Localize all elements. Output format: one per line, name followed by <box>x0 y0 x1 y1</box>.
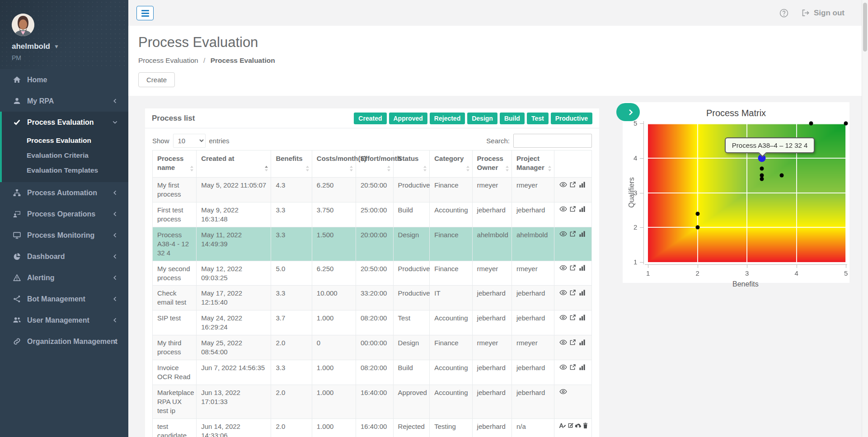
view-icon[interactable] <box>559 388 567 395</box>
tooltip-label: Process A38–4 – 12 32 4 <box>732 141 808 149</box>
help-icon[interactable] <box>779 9 788 18</box>
sidebar-item-label: Process Automation <box>27 189 97 197</box>
sidebar-item-process-operations[interactable]: Process Operations <box>0 203 128 225</box>
view-icon[interactable] <box>559 206 567 213</box>
sidebar-item-dashboard[interactable]: Dashboard <box>0 246 128 267</box>
cell-costs: 0 <box>312 335 356 360</box>
sidebar-item-alerting[interactable]: Alerting <box>0 267 128 288</box>
sidebar-group-process-operations: Process Operations <box>0 203 128 225</box>
table-row[interactable]: My third processMay 25, 2022 08:54:002.0… <box>153 335 592 360</box>
sidebar-item-my-rpa[interactable]: My RPA <box>0 90 128 112</box>
table-row[interactable]: test candidateJun 14, 2022 14:33:062.01.… <box>153 418 592 437</box>
create-button[interactable]: Create <box>138 72 175 87</box>
delete-icon[interactable] <box>583 422 588 429</box>
menu-toggle-button[interactable] <box>136 6 154 20</box>
sidebar-subitem-evaluation-criteria[interactable]: Evaluation Criteria <box>2 148 128 163</box>
sidebar-item-user-management[interactable]: User Management <box>0 310 128 331</box>
sidebar-item-process-evaluation[interactable]: Process Evaluation <box>2 112 128 133</box>
cell-status: Rejected <box>393 418 430 437</box>
data-point[interactable] <box>760 166 764 170</box>
status-badge-design[interactable]: Design <box>467 113 497 124</box>
sidebar-item-home[interactable]: Home <box>0 69 128 90</box>
open-external-icon[interactable] <box>568 264 577 272</box>
bar-chart-icon[interactable] <box>578 206 586 213</box>
data-point[interactable] <box>844 122 848 126</box>
search-input[interactable] <box>513 134 592 148</box>
status-badge-build[interactable]: Build <box>500 113 525 124</box>
column-header-status[interactable]: Status <box>393 150 430 178</box>
open-external-icon[interactable] <box>568 181 577 188</box>
scrollbar-thumb[interactable] <box>863 3 867 52</box>
bar-chart-icon[interactable] <box>578 338 586 346</box>
open-external-icon[interactable] <box>568 289 577 296</box>
sidebar-item-organization-management[interactable]: Organization Management <box>0 331 128 352</box>
y-tick <box>640 227 643 228</box>
avatar[interactable] <box>12 14 34 36</box>
column-header-process-name[interactable]: Process name <box>153 150 197 178</box>
column-label: Created at <box>201 155 234 162</box>
view-icon[interactable] <box>559 264 567 272</box>
table-row[interactable]: My first processMay 5, 2022 11:05:074.36… <box>153 178 592 202</box>
x-tick <box>747 264 747 268</box>
open-external-icon[interactable] <box>568 230 577 238</box>
table-row[interactable]: SIP testMay 24, 2022 16:29:243.71.00008:… <box>153 310 592 335</box>
page-size-select[interactable]: 10 <box>173 134 206 148</box>
open-external-icon[interactable] <box>568 314 577 321</box>
view-icon[interactable] <box>559 181 567 188</box>
data-point[interactable] <box>809 122 813 126</box>
column-header-process-owner[interactable]: Process Owner <box>472 150 511 178</box>
table-row[interactable]: Invoice OCR ReadJun 7, 2022 14:56:353.31… <box>153 360 592 385</box>
cell-effort: 16:40:00 <box>356 418 394 437</box>
view-icon[interactable] <box>559 363 567 371</box>
status-badge-created[interactable]: Created <box>354 113 386 124</box>
breadcrumb-link[interactable]: Process Evaluation <box>138 56 198 64</box>
show-label: Show <box>152 137 169 145</box>
bar-chart-icon[interactable] <box>578 289 586 296</box>
sidebar-subitem-evaluation-templates[interactable]: Evaluation Templates <box>2 163 128 178</box>
table-row[interactable]: Check email testMay 17, 2022 12:15:403.3… <box>153 286 592 310</box>
column-header-benefits[interactable]: Benefits <box>271 150 312 178</box>
data-point[interactable] <box>760 177 764 181</box>
bar-chart-icon[interactable] <box>578 363 586 371</box>
status-badge-rejected[interactable]: Rejected <box>430 113 465 124</box>
rename-icon[interactable] <box>559 422 566 429</box>
page-scrollbar[interactable] <box>862 0 868 437</box>
edit-icon[interactable] <box>568 422 573 429</box>
column-header-effort-month[interactable]: Effort/month <box>356 150 394 178</box>
table-row[interactable]: My second processMay 12, 2022 09:03:255.… <box>153 261 592 286</box>
top-navbar: Sign out <box>128 0 868 26</box>
table-row[interactable]: Process A38-4 - 12 32 4May 11, 2022 14:4… <box>153 227 592 261</box>
sidebar-item-bot-management[interactable]: Bot Management <box>0 288 128 310</box>
open-external-icon[interactable] <box>568 338 577 346</box>
table-row[interactable]: Marketplace RPA UX test ipJun 13, 2022 1… <box>153 385 592 418</box>
signout-button[interactable]: Sign out <box>802 9 845 18</box>
panel-collapse-button[interactable] <box>616 103 640 121</box>
bar-chart-icon[interactable] <box>578 230 586 238</box>
view-icon[interactable] <box>559 338 567 346</box>
cloud-upload-icon[interactable] <box>575 422 582 429</box>
data-point[interactable] <box>695 211 699 216</box>
data-point[interactable] <box>695 226 699 230</box>
table-row[interactable]: First test processMay 9, 2022 16:31:483.… <box>153 202 592 227</box>
open-external-icon[interactable] <box>568 363 577 371</box>
column-header-project-manager[interactable]: Project Manager <box>512 150 554 178</box>
view-icon[interactable] <box>559 314 567 321</box>
view-icon[interactable] <box>559 230 567 238</box>
sidebar-item-label: Process Operations <box>27 210 95 218</box>
bar-chart-icon[interactable] <box>578 264 586 272</box>
bar-chart-icon[interactable] <box>578 314 586 321</box>
column-header-costs-month-[interactable]: Costs/month($) <box>312 150 356 178</box>
status-badge-productive[interactable]: Productive <box>551 113 592 124</box>
sidebar-subitem-process-evaluation[interactable]: Process Evaluation <box>2 133 128 148</box>
view-icon[interactable] <box>559 289 567 296</box>
sidebar-item-process-monitoring[interactable]: Process Monitoring <box>0 225 128 246</box>
status-badge-approved[interactable]: Approved <box>389 113 427 124</box>
bar-chart-icon[interactable] <box>578 181 586 188</box>
data-point[interactable] <box>779 174 784 178</box>
column-header-created-at[interactable]: Created at <box>197 150 271 178</box>
sidebar-item-process-automation[interactable]: Process Automation <box>0 182 128 203</box>
status-badge-test[interactable]: Test <box>527 113 549 124</box>
column-header-category[interactable]: Category <box>430 150 472 178</box>
open-external-icon[interactable] <box>568 206 577 213</box>
username-dropdown[interactable]: ahelmbold ▼ <box>12 42 128 51</box>
